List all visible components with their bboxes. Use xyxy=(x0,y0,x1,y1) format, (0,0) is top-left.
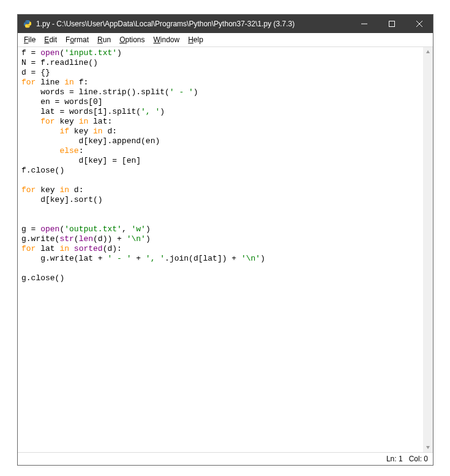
menu-help[interactable]: Help xyxy=(184,34,207,45)
menu-options[interactable]: Options xyxy=(116,34,148,45)
vertical-scrollbar[interactable] xyxy=(423,47,433,452)
menu-edit[interactable]: Edit xyxy=(40,34,61,45)
window-controls xyxy=(350,15,433,33)
svg-marker-5 xyxy=(426,446,430,449)
statusbar: Ln: 1 Col: 0 xyxy=(18,453,433,465)
minimize-button[interactable] xyxy=(350,15,378,33)
maximize-button[interactable] xyxy=(378,15,405,33)
menu-window[interactable]: Window xyxy=(150,34,184,45)
window-title: 1.py - C:\Users\User\AppData\Local\Progr… xyxy=(36,20,350,28)
svg-rect-1 xyxy=(389,21,394,27)
menu-file[interactable]: File xyxy=(20,34,39,45)
scroll-up-icon[interactable] xyxy=(423,47,433,57)
status-line: Ln: 1 xyxy=(386,455,403,463)
editor-area: f = open('input.txt') N = f.readline() d… xyxy=(18,46,433,453)
svg-marker-4 xyxy=(426,50,430,53)
idle-window: 1.py - C:\Users\User\AppData\Local\Progr… xyxy=(17,14,433,466)
status-col: Col: 0 xyxy=(409,455,428,463)
menubar: File Edit Format Run Options Window Help xyxy=(18,33,433,46)
menu-run[interactable]: Run xyxy=(94,34,114,45)
code-editor[interactable]: f = open('input.txt') N = f.readline() d… xyxy=(18,47,423,452)
scroll-down-icon[interactable] xyxy=(423,442,433,452)
menu-format[interactable]: Format xyxy=(62,34,92,45)
close-button[interactable] xyxy=(405,15,433,33)
titlebar[interactable]: 1.py - C:\Users\User\AppData\Local\Progr… xyxy=(18,15,433,33)
python-icon xyxy=(23,19,32,29)
